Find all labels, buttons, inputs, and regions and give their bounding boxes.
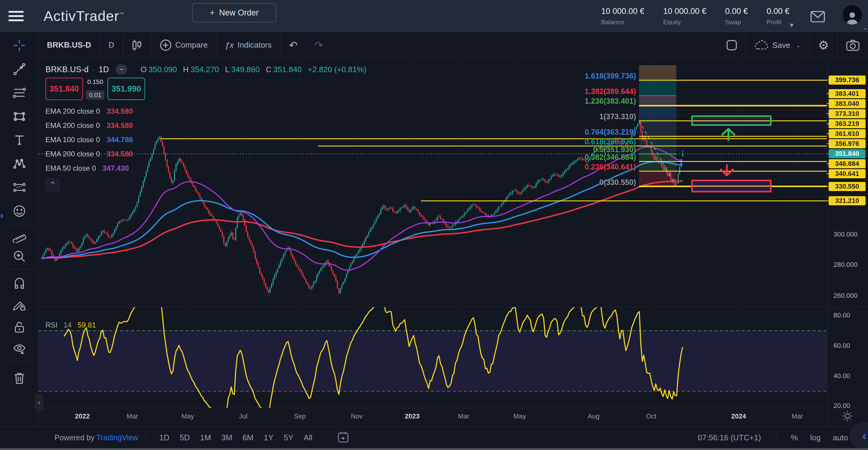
- activtrader-app: ActivTrader™ + New Order 10 000.00 €Bala…: [0, 0, 868, 450]
- range-button-3m[interactable]: 3M: [216, 431, 238, 444]
- go-to-date-icon[interactable]: [337, 431, 349, 445]
- rsi-tick-label: 60.00: [834, 342, 850, 349]
- time-tick-label: May: [513, 413, 526, 420]
- session-clock[interactable]: 07:56:16 (UTC+1): [698, 433, 761, 443]
- time-tick-label: Jul: [239, 413, 247, 420]
- ohlc-values: O350.090H354.270L349.860C351.840+2.820 (…: [136, 65, 367, 74]
- fib-level-label: 0.5(351.930): [593, 145, 636, 154]
- price-level-label: 373.310: [829, 109, 866, 118]
- axis-settings-icon[interactable]: [841, 410, 854, 423]
- rsi-tick-label: 40.00: [834, 372, 850, 380]
- time-tick-label: 2023: [405, 413, 420, 420]
- range-button-5d[interactable]: 5D: [175, 431, 195, 444]
- price-level-label: 383.040: [829, 99, 866, 108]
- fib-level-label: 0.236(340.641): [585, 163, 636, 171]
- sell-button[interactable]: 351.840: [45, 78, 83, 100]
- rsi-value: 59.81: [78, 321, 96, 329]
- range-button-1m[interactable]: 1M: [195, 431, 216, 444]
- watchlist-expand-chevron[interactable]: ›: [0, 209, 3, 221]
- indicator-row[interactable]: EMA 100 close 0344.786: [45, 135, 133, 144]
- powered-by: Powered by TradingView: [55, 433, 138, 442]
- price-tick-label: 280.000: [834, 261, 858, 269]
- spread-value: 0.150: [87, 78, 103, 85]
- auto-scale-button[interactable]: auto: [833, 433, 848, 443]
- fib-level-label: 0(330.550): [599, 178, 636, 187]
- indicator-row[interactable]: EMA 50 close 0347.430: [45, 164, 129, 173]
- range-button-all[interactable]: All: [299, 431, 318, 444]
- legend-interval: 1D: [99, 65, 109, 74]
- indicator-row[interactable]: EMA 200 close 0334.580: [45, 121, 133, 130]
- fib-level-label: 1.236(383.401): [585, 97, 636, 105]
- time-tick-label: Sep: [294, 413, 306, 420]
- time-tick-label: May: [181, 413, 194, 420]
- time-tick-label: Mar: [458, 413, 469, 420]
- time-tick-label: Mar: [127, 413, 138, 420]
- price-tick-label: 300.000: [834, 230, 858, 238]
- time-tick-label: Aug: [588, 413, 599, 420]
- sidebar-collapse-button[interactable]: ‹: [35, 394, 43, 411]
- rsi-tick-label: 20.00: [834, 402, 850, 410]
- price-level-label: 330.550: [829, 182, 866, 191]
- bid-ask-widget: 351.840 0.150 0.01 351.990: [45, 78, 145, 100]
- pip-size-value: 0.01: [86, 90, 104, 100]
- legend-symbol[interactable]: BRKB.US-d: [45, 65, 89, 74]
- range-button-5y[interactable]: 5Y: [279, 431, 299, 444]
- current-price-label: 351.840: [829, 149, 866, 158]
- change-value: +2.820 (+0.81%): [308, 65, 367, 74]
- tradingview-link[interactable]: TradingView: [97, 433, 138, 442]
- time-tick-label: 2022: [75, 413, 90, 420]
- price-level-label: 361.610: [829, 129, 866, 138]
- fib-level-label: 0.618(356.976): [585, 137, 636, 146]
- indicator-row[interactable]: EMA 200 close 0334.580: [45, 149, 133, 159]
- rsi-tick-label: 80.00: [834, 311, 850, 319]
- price-level-label: 340.641: [829, 169, 866, 178]
- fib-level-label: 0.382(346.884): [585, 153, 636, 161]
- time-tick-label: 2024: [732, 413, 746, 420]
- fib-level-label: 1(373.310): [599, 112, 636, 121]
- fib-level-label: 1.618(399.736): [585, 72, 636, 80]
- price-level-label: 356.976: [829, 139, 866, 148]
- legend-collapse-circle-button[interactable]: −: [116, 64, 127, 75]
- fib-level-label: 0.764(363.219): [585, 128, 636, 136]
- price-level-label: 383.401: [829, 89, 866, 98]
- range-button-6m[interactable]: 6M: [238, 431, 259, 444]
- price-tick-label: 260.000: [834, 292, 858, 300]
- bottom-bar: Powered by TradingView 1D5D1M3M6M1Y5YAll…: [0, 427, 868, 448]
- legend-separator: ·: [92, 65, 95, 74]
- time-tick-label: Oct: [646, 413, 656, 420]
- range-button-1d[interactable]: 1D: [154, 431, 175, 444]
- price-level-label: 346.884: [829, 159, 866, 168]
- indicator-row[interactable]: EMA 200 close 0334.580: [45, 107, 133, 116]
- chart-legend: BRKB.US-d · 1D − O350.090H354.270L349.86…: [45, 64, 367, 75]
- price-level-label: 321.210: [829, 196, 866, 205]
- horizontal-scrollbar[interactable]: [0, 448, 868, 450]
- time-tick-label: Nov: [351, 413, 363, 420]
- rsi-legend: RSI 14 59.81: [45, 321, 96, 329]
- legend-collapse-button[interactable]: ⌃: [45, 178, 60, 191]
- date-range-buttons: 1D5D1M3M6M1Y5YAll: [154, 431, 317, 444]
- price-level-label: 363.219: [829, 119, 866, 128]
- price-level-label: 399.736: [829, 76, 866, 85]
- percent-scale-button[interactable]: %: [791, 433, 798, 443]
- log-scale-button[interactable]: log: [810, 433, 821, 443]
- time-tick-label: Mar: [792, 413, 803, 420]
- buy-button[interactable]: 351.990: [107, 78, 145, 100]
- range-button-1y[interactable]: 1Y: [259, 431, 279, 444]
- fib-level-label: 1.382(389.644): [585, 87, 636, 95]
